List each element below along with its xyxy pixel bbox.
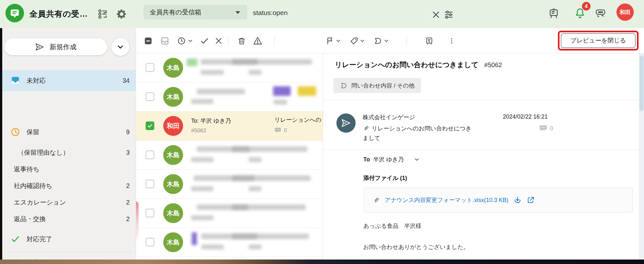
sidebar-item-untouched[interactable]: 未対応 34 [2,70,136,91]
attachment-card: アナウンス内容変更フォーマット.xlsx(10.3 KB) [364,188,633,213]
inbox-icon [11,76,20,85]
trash-icon[interactable] [236,35,247,47]
message-row[interactable]: 木島 [136,170,323,199]
search-filter-sliders-icon[interactable] [442,8,455,21]
compose-label: 新規作成 [50,43,76,51]
sidebar-item-label: エスカレーション [14,198,66,207]
clock-icon [11,127,20,137]
category-chip[interactable]: 問い合わせ内容 / その他 [334,78,421,93]
row-checkbox[interactable] [146,63,154,72]
row-checkbox[interactable] [146,92,154,101]
row-checkbox[interactable] [146,238,154,246]
message-row[interactable]: 木島 [136,228,323,257]
paper-plane-icon [341,118,351,128]
redacted-text [232,175,310,181]
message-row[interactable]: 木島 [136,199,323,228]
row-checkbox[interactable] [146,209,154,217]
user-avatar[interactable]: 和田 [616,4,634,21]
message-row[interactable]: 木島 [136,53,323,82]
redacted-text [232,205,306,210]
search-input[interactable]: status:open [253,9,288,17]
inbox-selector-label: 全員共有の受信箱 [150,8,201,17]
spam-warning-icon[interactable] [252,35,263,47]
redacted-tag [187,58,197,66]
check-icon [147,123,153,129]
sidebar: 新規作成 未対応 34 保留 9 （保留理由なし） 3 返事待ち 社内確認待ち … [2,28,136,260]
flag-icon[interactable] [324,35,336,47]
paperclip-icon [373,196,380,204]
sidebar-item-count: 34 [123,77,130,84]
download-icon[interactable] [513,196,522,204]
announcement-board-icon[interactable] [547,7,560,20]
list-toolbar: プレビューを閉じる [136,28,644,53]
attachments-heading: 添付ファイル (1) [363,174,407,182]
redacted-text [191,157,213,162]
sidebar-item-escalation[interactable]: エスカレーション 2 [2,195,136,210]
sidebar-item-no-reason[interactable]: （保留理由なし） 3 [2,145,136,160]
label-tag-icon[interactable] [348,35,360,47]
attachment-file-link[interactable]: アナウンス内容変更フォーマット.xlsx(10.3 KB) [385,196,508,204]
close-preview-button[interactable]: プレビューを閉じる [561,33,636,48]
paper-plane-icon [35,42,44,52]
preview-subject: リレーションへのお問い合わせにつきまして [335,61,479,69]
sidebar-item-label: （保留理由なし） [18,148,69,157]
row-comment-count: 0 [274,127,287,134]
sidebar-item-pending[interactable]: 保留 9 [2,124,136,140]
sidebar-item-label: 保留 [27,128,39,136]
to-label: To [363,156,370,163]
snooze-clock-icon[interactable] [176,35,187,47]
mark-done-check-icon[interactable] [199,35,210,47]
row-ticket-number: #5062 [191,128,206,134]
snooze-chevron-icon[interactable] [187,35,194,47]
recipient-row[interactable]: To 半沢 ゆき乃 [363,156,420,163]
redacted-text [249,157,262,162]
message-row[interactable]: 木島 [136,82,323,112]
sidebar-item-label: 社内確認待ち [14,182,52,190]
mark-no-action-x-icon[interactable] [213,35,224,47]
sidebar-item-internal-check[interactable]: 社内確認待ち 2 [2,178,136,193]
dropdown-caret-icon [236,11,240,14]
select-all-checkbox[interactable] [142,35,154,47]
sidebar-item-completed[interactable]: 対応完了 [2,230,136,248]
redacted-text [191,99,213,104]
category-chevron-icon[interactable] [382,35,390,47]
move-to-inbox-icon[interactable] [159,35,171,47]
sidebar-item-returns[interactable]: 返品・交換 2 [2,211,136,227]
assignee-avatar: 木島 [163,232,183,252]
preview-scrollbar[interactable] [639,53,644,260]
settings-gear-icon[interactable] [115,8,128,20]
category-icon[interactable] [372,35,384,47]
flag-chevron-icon[interactable] [334,35,342,47]
org-members-icon[interactable] [97,8,109,20]
compose-button[interactable]: 新規作成 [4,38,107,55]
divider [323,100,644,100]
scrollbar-thumb[interactable] [640,55,644,111]
open-external-icon[interactable] [527,196,535,204]
row-checkbox-checked[interactable] [146,121,154,130]
message-row[interactable]: 木島 [136,141,323,170]
chat-bubbles-icon[interactable] [594,7,607,20]
inbox-selector-dropdown[interactable]: 全員共有の受信箱 [143,5,247,19]
row-checkbox[interactable] [146,151,154,159]
row-checkbox[interactable] [146,180,154,188]
assignee-avatar: 木島 [163,145,183,165]
list-scroll-indicator[interactable] [136,201,139,240]
survey-clipboard-icon[interactable] [423,35,435,47]
sidebar-item-label: 返品・交換 [14,215,46,223]
chevron-down-icon [116,43,125,51]
sender-avatar [336,113,356,133]
label-chevron-icon[interactable] [358,35,366,47]
check-icon [11,234,20,244]
assignee-avatar: 木島 [163,58,183,78]
assignee-avatar: 木島 [163,87,183,107]
sidebar-item-awaiting-reply[interactable]: 返事待ち [2,161,136,177]
search-clear-icon[interactable] [430,8,442,21]
redacted-text [201,70,224,75]
more-options-icon[interactable] [446,35,457,47]
message-row-selected[interactable]: 和田 To: 半沢 ゆき乃 #5062 リレーションへの 0 [136,112,323,141]
message-body-line: あっぷる食品 半沢様 [363,222,422,230]
compose-expand-button[interactable] [111,38,129,56]
preview-comment-count: 0 [539,124,553,133]
redacted-text [191,186,213,191]
app-logo [5,4,24,22]
